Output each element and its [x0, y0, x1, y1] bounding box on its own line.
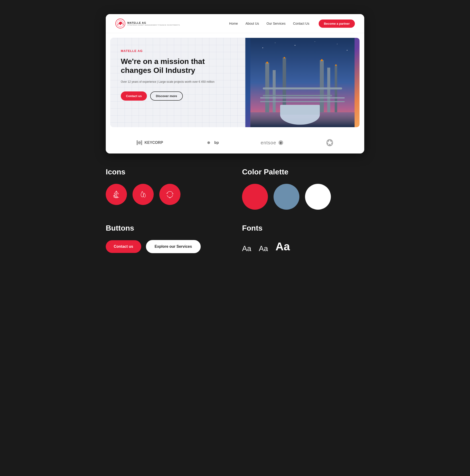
buttons-section: Buttons Contact us Explore our Services	[106, 224, 228, 253]
navbar: MATELLE AG STRATEGIC ASSET MANAGEMENT FI…	[106, 14, 364, 33]
svg-point-22	[263, 48, 263, 48]
logo-name: MATELLE AG	[127, 21, 180, 24]
fonts-row: Aa Aa Aa	[242, 240, 364, 253]
nav-links: Home About Us Our Services Contact Us	[229, 21, 309, 26]
color-row	[242, 184, 364, 210]
color-swatch-red	[242, 184, 268, 210]
svg-point-24	[295, 45, 295, 46]
keycorp-icon	[136, 139, 143, 146]
svg-point-23	[275, 43, 275, 43]
svg-point-20	[321, 59, 323, 61]
oil-drop-icon-circle	[133, 184, 154, 205]
oil-rig-icon	[111, 189, 121, 200]
font-sample-regular: Aa	[259, 244, 268, 253]
nav-item-about[interactable]: About Us	[245, 21, 259, 26]
partner-bp: bp	[205, 139, 219, 146]
svg-rect-11	[320, 60, 324, 112]
ds-explore-button[interactable]: Explore our Services	[146, 240, 201, 253]
partners-section: KEYCORP bp entsoe	[106, 132, 364, 153]
icons-row	[106, 184, 228, 205]
nav-link-services[interactable]: Our Services	[267, 22, 285, 25]
fonts-section: Fonts Aa Aa Aa	[242, 224, 364, 253]
entsoe-circle-icon: e	[278, 140, 284, 146]
entsoe-text: entsoe	[261, 140, 276, 146]
keycorp-label: KEYCORP	[145, 141, 163, 145]
svg-point-21	[335, 64, 336, 66]
recycle-icon-circle	[159, 184, 181, 205]
nav-logo: MATELLE AG STRATEGIC ASSET MANAGEMENT FI…	[115, 18, 180, 29]
hero-discover-button[interactable]: Discover more	[150, 91, 183, 101]
hero-title: We're on a mission that changes Oil Indu…	[121, 57, 205, 75]
partner-keycorp: KEYCORP	[136, 139, 163, 146]
outer-container: MATELLE AG STRATEGIC ASSET MANAGEMENT FI…	[106, 14, 364, 253]
bp-label: bp	[214, 141, 219, 145]
nav-link-home[interactable]: Home	[229, 22, 238, 25]
nav-logo-text: MATELLE AG STRATEGIC ASSET MANAGEMENT FI…	[127, 21, 180, 26]
palette-section-title: Color Palette	[242, 168, 364, 176]
svg-text:e: e	[280, 141, 282, 145]
svg-point-27	[315, 41, 315, 42]
hero-buttons: Contact us Discover more	[121, 91, 235, 101]
svg-rect-7	[280, 105, 320, 115]
design-system: Icons	[106, 168, 364, 253]
hero-image	[245, 38, 360, 127]
svg-point-42	[114, 195, 115, 197]
svg-point-18	[266, 62, 268, 64]
partner-entsoe: entsoe e	[261, 140, 284, 146]
nav-link-about[interactable]: About Us	[245, 22, 259, 25]
icons-section-title: Icons	[106, 168, 228, 176]
hero-section: MATELLE AG We're on a mission that chang…	[110, 38, 360, 127]
nav-item-services[interactable]: Our Services	[267, 21, 285, 26]
svg-rect-9	[273, 70, 276, 112]
partner-shell	[325, 138, 334, 147]
buttons-row: Contact us Explore our Services	[106, 240, 228, 253]
nav-item-contact[interactable]: Contact Us	[293, 21, 309, 26]
svg-point-25	[337, 44, 337, 44]
svg-point-19	[284, 57, 285, 58]
oil-drop-icon	[138, 189, 148, 200]
nav-item-home[interactable]: Home	[229, 21, 238, 26]
svg-line-37	[114, 191, 116, 194]
bp-icon	[205, 139, 212, 146]
svg-rect-14	[263, 87, 342, 89]
svg-rect-8	[265, 63, 269, 112]
industrial-scene	[245, 38, 360, 127]
logo-icon	[115, 18, 125, 29]
hero-brand: MATELLE AG	[121, 49, 235, 53]
svg-rect-3	[119, 23, 122, 24]
oil-rig-icon-circle	[106, 184, 127, 205]
svg-line-38	[116, 191, 118, 194]
svg-rect-15	[263, 95, 332, 96]
font-sample-light: Aa	[242, 244, 251, 253]
svg-rect-17	[260, 101, 345, 102]
recycle-icon	[165, 189, 175, 200]
hero-contact-button[interactable]: Contact us	[121, 91, 147, 101]
become-partner-button[interactable]: Become a partner	[319, 19, 355, 28]
buttons-section-title: Buttons	[106, 224, 228, 233]
logo-sub: STRATEGIC ASSET MANAGEMENT FINANCE INVES…	[127, 24, 180, 26]
font-sample-bold: Aa	[275, 240, 290, 253]
svg-point-26	[347, 50, 347, 51]
fonts-section-title: Fonts	[242, 224, 364, 233]
svg-rect-16	[260, 97, 345, 98]
svg-point-32	[208, 142, 210, 144]
hero-content: MATELLE AG We're on a mission that chang…	[110, 38, 245, 127]
color-swatch-blue	[273, 184, 299, 210]
nav-link-contact[interactable]: Contact Us	[293, 22, 309, 25]
ds-contact-button[interactable]: Contact us	[106, 240, 141, 253]
hero-subtitle: Over 12 years of experience | Large-scal…	[121, 80, 235, 84]
icons-section: Icons	[106, 168, 228, 210]
hero-image-inner	[245, 38, 360, 127]
website-mockup: MATELLE AG STRATEGIC ASSET MANAGEMENT FI…	[106, 14, 364, 153]
color-palette-section: Color Palette	[242, 168, 364, 210]
shell-icon	[325, 138, 334, 147]
color-swatch-white	[305, 184, 331, 210]
svg-rect-12	[327, 68, 330, 112]
